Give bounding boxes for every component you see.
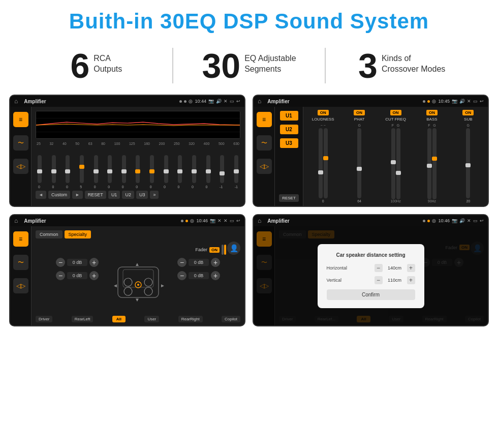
eq-slider-6[interactable] <box>122 155 126 183</box>
tab-common-3[interactable]: Common <box>36 230 63 238</box>
eq-next-btn[interactable]: ► <box>72 191 83 199</box>
eq-slider-11[interactable] <box>192 155 196 183</box>
db-plus-tl[interactable]: + <box>89 258 99 267</box>
tab-row-3: Common Specialty <box>36 230 240 238</box>
db-minus-br[interactable]: − <box>177 271 186 280</box>
screen-dialog: ⌂ Amplifier ◎ 10:46 📷 🔊 ✕ ▭ ↩ ≡ 〜 ◁▷ <box>253 214 489 326</box>
eq-slider-7[interactable] <box>136 155 140 183</box>
eq-slider-9[interactable] <box>164 155 168 183</box>
status-icons-2: ◎ 10:45 📷 🔊 ✕ ▭ ↩ <box>423 99 484 104</box>
stat-number-eq: 30 <box>202 48 240 83</box>
db-minus-bl[interactable]: − <box>56 271 65 280</box>
bass-track1[interactable] <box>427 128 431 199</box>
loudness-track1[interactable] <box>319 128 323 198</box>
back-icon[interactable]: ↩ <box>236 99 240 104</box>
right-db-controls: − 0 dB + − 0 dB + <box>177 258 220 280</box>
eq-slider-12[interactable] <box>206 155 210 183</box>
u1-btn[interactable]: U1 <box>280 111 298 121</box>
s3-btn1[interactable]: ≡ <box>13 231 28 247</box>
db-minus-tr[interactable]: − <box>177 258 186 267</box>
fader-on-badge[interactable]: ON <box>209 247 220 253</box>
car-diagram: ▲ ▼ ◄ ► <box>110 257 166 305</box>
svg-text:▲: ▲ <box>135 261 140 267</box>
stat-rca: 6 RCAOutputs <box>30 48 162 83</box>
screen4-body: ≡ 〜 ◁▷ Common Specialty Fader ON 👤 − <box>254 226 488 325</box>
db-plus-tr[interactable]: + <box>211 258 220 267</box>
status-bar-2: ⌂ Amplifier ◎ 10:45 📷 🔊 ✕ ▭ ↩ <box>254 96 488 107</box>
main-title: Buith-in 30EQ DSP Sound System <box>0 0 498 39</box>
dialog-horizontal-row: Horizontal − 140cm + <box>327 264 415 272</box>
eq-slider-2[interactable] <box>66 155 70 183</box>
dot6 <box>185 220 188 222</box>
phat-track[interactable] <box>357 128 361 198</box>
eq-u1-btn[interactable]: U1 <box>108 191 120 199</box>
db-plus-br[interactable]: + <box>211 271 220 280</box>
screen1-time: 10:44 <box>195 99 206 104</box>
s2-btn1[interactable]: ≡ <box>257 112 272 127</box>
sig3: ✕ <box>224 218 228 223</box>
status-bar-1: ⌂ Amplifier ◎ 10:44 📷 🔊 ✕ ▭ ↩ <box>10 96 244 107</box>
driver-label: Driver <box>36 316 52 322</box>
phat-on[interactable]: ON <box>354 110 365 115</box>
eq-u2-btn[interactable]: U2 <box>122 191 134 199</box>
u3-btn[interactable]: U3 <box>280 138 298 148</box>
eq-u3-btn[interactable]: U3 <box>136 191 148 199</box>
s2-btn3[interactable]: ◁▷ <box>257 159 272 174</box>
eq-graph <box>36 111 240 139</box>
bottom-controls-3: Driver RearLeft All User RearRight Copil… <box>32 316 244 322</box>
eq-slider-13[interactable] <box>220 155 224 183</box>
eq-slider-14[interactable] <box>234 155 238 183</box>
horizontal-minus[interactable]: − <box>375 264 383 272</box>
vertical-plus[interactable]: + <box>407 276 415 284</box>
back4[interactable]: ↩ <box>480 218 484 223</box>
cutfreq-on[interactable]: ON <box>390 110 401 115</box>
confirm-btn[interactable]: Confirm <box>327 289 415 300</box>
svg-point-9 <box>144 287 152 295</box>
eq-slider-10[interactable] <box>178 155 182 183</box>
eq-slider-5[interactable] <box>108 155 112 183</box>
rearright-label: RearRight <box>178 316 203 322</box>
eq-slider-1[interactable] <box>52 155 56 183</box>
db-minus-tl[interactable]: − <box>56 258 65 267</box>
bass-on[interactable]: ON <box>426 110 438 115</box>
eq-slider-0[interactable] <box>38 155 42 183</box>
s3-btn3[interactable]: ◁▷ <box>13 278 28 293</box>
vertical-minus[interactable]: − <box>375 276 383 284</box>
sub-track[interactable] <box>466 128 470 198</box>
left-db-controls: − 0 dB + − 0 dB + <box>56 258 99 280</box>
eq-prev-btn[interactable]: ◄ <box>36 191 46 199</box>
s2-reset-btn[interactable]: RESET <box>279 194 299 202</box>
eq-slider-4[interactable] <box>94 155 98 183</box>
eq-slider-8[interactable] <box>150 155 154 183</box>
sidebar-btn-eq[interactable]: ≡ <box>13 112 28 127</box>
dot4 <box>427 100 430 103</box>
s2-btn2[interactable]: 〜 <box>257 135 272 151</box>
sidebar-btn-wave[interactable]: 〜 <box>13 135 28 151</box>
all-btn[interactable]: All <box>112 316 126 322</box>
u2-btn[interactable]: U2 <box>280 125 298 134</box>
tab-specialty-3[interactable]: Specialty <box>65 230 91 238</box>
eq-slider-3[interactable] <box>80 155 84 183</box>
sub-label: SUB <box>464 117 472 122</box>
s3-btn2[interactable]: 〜 <box>13 255 28 270</box>
eq-more-btn[interactable]: » <box>150 191 159 199</box>
horizontal-plus[interactable]: + <box>407 264 415 272</box>
status-bar-3: ⌂ Amplifier ◎ 10:46 📷 ✕ ✕ ▭ ↩ <box>10 215 244 226</box>
col-sub: ON SUB G 20 <box>452 110 485 203</box>
loudness-track2[interactable] <box>324 128 328 198</box>
eq-reset-btn[interactable]: RESET <box>85 191 106 199</box>
screen-amp: ⌂ Amplifier ◎ 10:45 📷 🔊 ✕ ▭ ↩ ≡ 〜 ◁▷ U1 <box>253 95 489 207</box>
screen3-content: Common Specialty Fader ON 👤 <box>32 226 244 325</box>
cf-track2[interactable] <box>396 128 400 199</box>
cf-track1[interactable] <box>391 128 395 199</box>
screen2-title: Amplifier <box>267 99 420 104</box>
user-label: User <box>144 316 159 322</box>
loudness-on[interactable]: ON <box>318 110 329 115</box>
db-plus-bl[interactable]: + <box>89 271 99 280</box>
back2[interactable]: ↩ <box>480 99 484 104</box>
cam2: 📷 <box>452 99 457 104</box>
sidebar-btn-vol[interactable]: ◁▷ <box>13 159 28 174</box>
sub-on[interactable]: ON <box>462 110 474 115</box>
bass-track2[interactable] <box>432 128 437 199</box>
back3[interactable]: ↩ <box>236 218 240 223</box>
